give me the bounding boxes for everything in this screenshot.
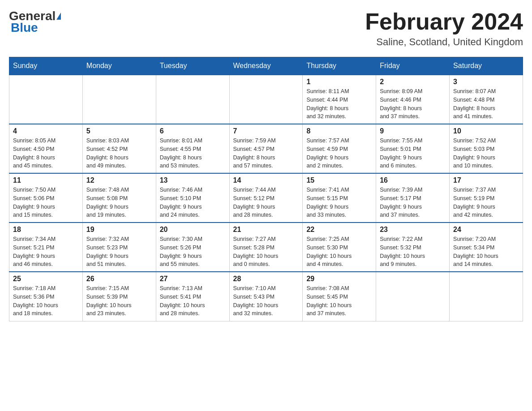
week-row-1: 1Sunrise: 8:11 AM Sunset: 4:44 PM Daylig…: [9, 75, 523, 124]
calendar-cell: 24Sunrise: 7:20 AM Sunset: 5:34 PM Dayli…: [450, 223, 523, 272]
day-info: Sunrise: 7:15 AM Sunset: 5:39 PM Dayligh…: [86, 284, 152, 318]
calendar-cell: 14Sunrise: 7:44 AM Sunset: 5:12 PM Dayli…: [229, 173, 303, 223]
day-number: 14: [233, 176, 299, 184]
day-info: Sunrise: 7:46 AM Sunset: 5:10 PM Dayligh…: [160, 186, 226, 219]
day-info: Sunrise: 7:13 AM Sunset: 5:41 PM Dayligh…: [160, 284, 226, 318]
title-area: February 2024 Saline, Scotland, United K…: [365, 9, 523, 48]
day-info: Sunrise: 7:55 AM Sunset: 5:01 PM Dayligh…: [380, 137, 446, 170]
calendar-cell: 25Sunrise: 7:18 AM Sunset: 5:36 PM Dayli…: [9, 272, 83, 321]
calendar-cell: 28Sunrise: 7:10 AM Sunset: 5:43 PM Dayli…: [229, 272, 303, 321]
calendar-cell: 2Sunrise: 8:09 AM Sunset: 4:46 PM Daylig…: [376, 75, 450, 124]
calendar-cell: 16Sunrise: 7:39 AM Sunset: 5:17 PM Dayli…: [376, 173, 450, 223]
day-number: 15: [306, 176, 372, 184]
day-info: Sunrise: 7:32 AM Sunset: 5:23 PM Dayligh…: [86, 235, 152, 269]
day-info: Sunrise: 7:39 AM Sunset: 5:17 PM Dayligh…: [380, 186, 446, 219]
calendar-cell: [82, 75, 156, 124]
calendar-cell: 1Sunrise: 8:11 AM Sunset: 4:44 PM Daylig…: [303, 75, 376, 124]
day-info: Sunrise: 7:10 AM Sunset: 5:43 PM Dayligh…: [233, 284, 299, 318]
day-info: Sunrise: 7:52 AM Sunset: 5:03 PM Dayligh…: [453, 137, 519, 170]
calendar-cell: [229, 75, 303, 124]
day-number: 12: [86, 176, 152, 184]
day-info: Sunrise: 7:59 AM Sunset: 4:57 PM Dayligh…: [233, 137, 299, 170]
day-number: 3: [453, 78, 519, 86]
day-number: 18: [13, 226, 79, 234]
calendar-cell: 5Sunrise: 8:03 AM Sunset: 4:52 PM Daylig…: [82, 124, 156, 173]
week-row-4: 18Sunrise: 7:34 AM Sunset: 5:21 PM Dayli…: [9, 223, 523, 272]
day-info: Sunrise: 7:37 AM Sunset: 5:19 PM Dayligh…: [453, 186, 519, 219]
weekday-header-wednesday: Wednesday: [229, 57, 303, 75]
logo-blue-text: Blue: [9, 21, 38, 35]
day-number: 25: [13, 275, 79, 283]
week-row-5: 25Sunrise: 7:18 AM Sunset: 5:36 PM Dayli…: [9, 272, 523, 321]
day-info: Sunrise: 7:44 AM Sunset: 5:12 PM Dayligh…: [233, 186, 299, 219]
day-number: 26: [86, 275, 152, 283]
weekday-header-tuesday: Tuesday: [156, 57, 229, 75]
calendar-cell: 17Sunrise: 7:37 AM Sunset: 5:19 PM Dayli…: [450, 173, 523, 223]
day-number: 23: [380, 226, 446, 234]
day-info: Sunrise: 8:05 AM Sunset: 4:50 PM Dayligh…: [13, 137, 79, 170]
calendar-cell: 27Sunrise: 7:13 AM Sunset: 5:41 PM Dayli…: [156, 272, 229, 321]
day-info: Sunrise: 7:48 AM Sunset: 5:08 PM Dayligh…: [86, 186, 152, 219]
day-number: 1: [306, 78, 372, 86]
day-info: Sunrise: 7:25 AM Sunset: 5:30 PM Dayligh…: [306, 235, 372, 269]
weekday-header-friday: Friday: [376, 57, 450, 75]
day-number: 11: [13, 176, 79, 184]
day-info: Sunrise: 7:34 AM Sunset: 5:21 PM Dayligh…: [13, 235, 79, 269]
calendar-cell: 12Sunrise: 7:48 AM Sunset: 5:08 PM Dayli…: [82, 173, 156, 223]
calendar-cell: 3Sunrise: 8:07 AM Sunset: 4:48 PM Daylig…: [450, 75, 523, 124]
day-number: 27: [160, 275, 226, 283]
day-number: 4: [13, 127, 79, 135]
page-header: General Blue February 2024 Saline, Scotl…: [9, 9, 523, 48]
calendar-cell: 20Sunrise: 7:30 AM Sunset: 5:26 PM Dayli…: [156, 223, 229, 272]
day-number: 8: [306, 127, 372, 135]
day-info: Sunrise: 7:50 AM Sunset: 5:06 PM Dayligh…: [13, 186, 79, 219]
weekday-header-monday: Monday: [82, 57, 156, 75]
day-number: 13: [160, 176, 226, 184]
calendar-cell: 15Sunrise: 7:41 AM Sunset: 5:15 PM Dayli…: [303, 173, 376, 223]
calendar-cell: 8Sunrise: 7:57 AM Sunset: 4:59 PM Daylig…: [303, 124, 376, 173]
week-row-2: 4Sunrise: 8:05 AM Sunset: 4:50 PM Daylig…: [9, 124, 523, 173]
calendar-cell: 6Sunrise: 8:01 AM Sunset: 4:55 PM Daylig…: [156, 124, 229, 173]
logo-triangle-icon: [56, 13, 61, 20]
day-info: Sunrise: 7:41 AM Sunset: 5:15 PM Dayligh…: [306, 186, 372, 219]
day-number: 17: [453, 176, 519, 184]
day-number: 28: [233, 275, 299, 283]
calendar-cell: 23Sunrise: 7:22 AM Sunset: 5:32 PM Dayli…: [376, 223, 450, 272]
day-number: 21: [233, 226, 299, 234]
day-number: 9: [380, 127, 446, 135]
weekday-header-row: SundayMondayTuesdayWednesdayThursdayFrid…: [9, 57, 523, 75]
calendar-cell: [376, 272, 450, 321]
calendar-cell: 4Sunrise: 8:05 AM Sunset: 4:50 PM Daylig…: [9, 124, 83, 173]
day-number: 6: [160, 127, 226, 135]
calendar-cell: 11Sunrise: 7:50 AM Sunset: 5:06 PM Dayli…: [9, 173, 83, 223]
calendar-cell: 26Sunrise: 7:15 AM Sunset: 5:39 PM Dayli…: [82, 272, 156, 321]
weekday-header-thursday: Thursday: [303, 57, 376, 75]
logo: General Blue: [9, 9, 61, 35]
day-number: 16: [380, 176, 446, 184]
calendar-cell: 18Sunrise: 7:34 AM Sunset: 5:21 PM Dayli…: [9, 223, 83, 272]
weekday-header-saturday: Saturday: [450, 57, 523, 75]
day-info: Sunrise: 7:30 AM Sunset: 5:26 PM Dayligh…: [160, 235, 226, 269]
day-info: Sunrise: 8:01 AM Sunset: 4:55 PM Dayligh…: [160, 137, 226, 170]
location-subtitle: Saline, Scotland, United Kingdom: [365, 36, 523, 48]
day-info: Sunrise: 8:11 AM Sunset: 4:44 PM Dayligh…: [306, 87, 372, 121]
calendar-table: SundayMondayTuesdayWednesdayThursdayFrid…: [9, 57, 523, 321]
calendar-cell: [450, 272, 523, 321]
calendar-cell: [9, 75, 83, 124]
day-info: Sunrise: 8:03 AM Sunset: 4:52 PM Dayligh…: [86, 137, 152, 170]
calendar-cell: 13Sunrise: 7:46 AM Sunset: 5:10 PM Dayli…: [156, 173, 229, 223]
calendar-cell: 29Sunrise: 7:08 AM Sunset: 5:45 PM Dayli…: [303, 272, 376, 321]
day-number: 5: [86, 127, 152, 135]
day-info: Sunrise: 7:08 AM Sunset: 5:45 PM Dayligh…: [306, 284, 372, 318]
day-info: Sunrise: 7:22 AM Sunset: 5:32 PM Dayligh…: [380, 235, 446, 269]
day-number: 22: [306, 226, 372, 234]
calendar-cell: 10Sunrise: 7:52 AM Sunset: 5:03 PM Dayli…: [450, 124, 523, 173]
calendar-cell: 7Sunrise: 7:59 AM Sunset: 4:57 PM Daylig…: [229, 124, 303, 173]
calendar-cell: [156, 75, 229, 124]
day-number: 29: [306, 275, 372, 283]
calendar-cell: 9Sunrise: 7:55 AM Sunset: 5:01 PM Daylig…: [376, 124, 450, 173]
weekday-header-sunday: Sunday: [9, 57, 83, 75]
day-info: Sunrise: 7:20 AM Sunset: 5:34 PM Dayligh…: [453, 235, 519, 269]
day-number: 24: [453, 226, 519, 234]
day-info: Sunrise: 8:09 AM Sunset: 4:46 PM Dayligh…: [380, 87, 446, 121]
